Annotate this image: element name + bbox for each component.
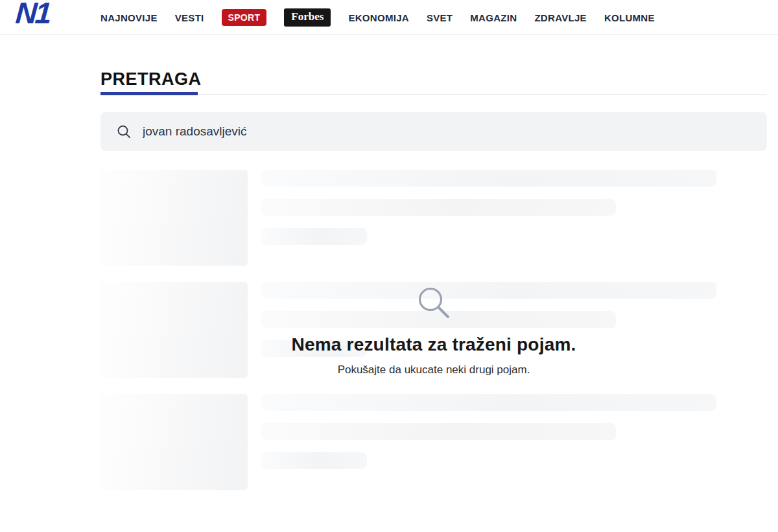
skeleton-rows (100, 170, 767, 490)
skeleton-text-bar (261, 394, 716, 411)
skeleton-text-lines (261, 170, 716, 266)
search-icon (116, 124, 132, 139)
skeleton-text-bar (261, 423, 616, 440)
title-accent-bar (100, 92, 198, 95)
search-results-area: Nema rezultata za traženi pojam. Pokušaj… (100, 170, 767, 490)
skeleton-text-bar (261, 170, 716, 187)
skeleton-thumbnail (100, 170, 248, 266)
skeleton-text-bar (261, 452, 367, 469)
skeleton-text-bar (261, 282, 716, 299)
title-divider (100, 94, 767, 95)
skeleton-result-row (100, 394, 767, 490)
nav-item-forbes[interactable]: Forbes (284, 8, 331, 27)
search-input[interactable] (141, 124, 751, 139)
nav-item-zdravlje[interactable]: ZDRAVLJE (534, 12, 586, 23)
nav-item-magazin[interactable]: MAGAZIN (470, 12, 517, 23)
skeleton-result-row (100, 282, 767, 378)
page-title-block: PRETRAGA (100, 35, 767, 95)
page-title: PRETRAGA (100, 70, 767, 88)
nav-item-najnovije[interactable]: NAJNOVIJE (100, 12, 158, 23)
search-bar[interactable] (100, 112, 767, 151)
skeleton-thumbnail (100, 394, 248, 490)
skeleton-text-lines (261, 394, 716, 490)
nav-item-kolumne[interactable]: KOLUMNE (604, 12, 655, 23)
nav-item-sport[interactable]: SPORT (222, 9, 267, 26)
skeleton-result-row (100, 170, 767, 266)
skeleton-thumbnail (100, 282, 248, 378)
nav-item-svet[interactable]: SVET (427, 12, 453, 23)
search-page: PRETRAGA Nema rezultata za traženi pojam… (100, 35, 767, 490)
skeleton-text-bar (261, 199, 616, 216)
nav-item-vesti[interactable]: VESTI (175, 12, 204, 23)
nav-menu: NAJNOVIJEVESTISPORTForbesEKONOMIJASVETMA… (100, 0, 655, 35)
top-nav: N1 NAJNOVIJEVESTISPORTForbesEKONOMIJASVE… (0, 0, 778, 35)
skeleton-text-lines (261, 282, 716, 378)
n1-logo[interactable]: N1 (14, 0, 51, 29)
skeleton-text-bar (261, 311, 616, 328)
skeleton-text-bar (261, 340, 367, 357)
skeleton-text-bar (261, 228, 367, 245)
nav-item-ekonomija[interactable]: EKONOMIJA (348, 12, 409, 23)
